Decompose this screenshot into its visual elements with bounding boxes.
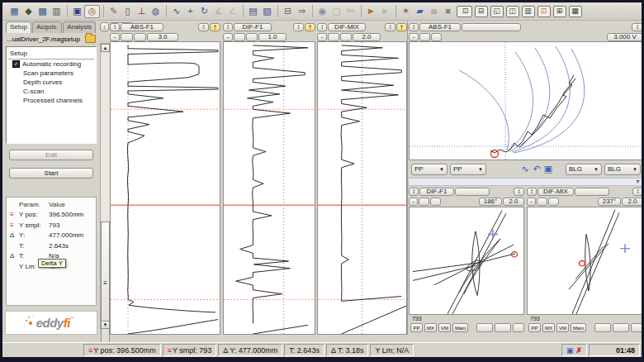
mode-mx-button[interactable]: MX: [424, 323, 437, 332]
signal-wave-icon[interactable]: ∿: [166, 5, 183, 17]
tree-item-scan-parameters[interactable]: Scan parameters: [8, 69, 94, 78]
curve-fit-icon[interactable]: ∿: [519, 164, 531, 174]
mode-vm-button[interactable]: VM: [438, 323, 451, 332]
blank-button[interactable]: [513, 323, 524, 332]
mic-icon[interactable]: ◍: [149, 5, 163, 17]
scale-button-a[interactable]: [419, 33, 430, 41]
scale-button-b[interactable]: [340, 33, 352, 41]
tree-item-depth-curves[interactable]: Depth curves: [8, 78, 94, 87]
extra-button[interactable]: [575, 188, 609, 196]
start-button[interactable]: Start: [9, 168, 93, 179]
lissajous-chart-dif-mix[interactable]: [527, 207, 642, 315]
save-small-icon[interactable]: ▣: [542, 164, 554, 174]
collapsed-strip[interactable]: ▼: [408, 178, 642, 186]
sound-off-icon[interactable]: ►: [378, 5, 392, 17]
blank-button[interactable]: [631, 323, 642, 332]
layout-columns-icon[interactable]: ▥: [522, 6, 535, 17]
zoom-out-button[interactable]: -: [110, 33, 120, 41]
checkbox-checked-icon[interactable]: ✓: [12, 60, 20, 68]
blank-icon[interactable]: ■: [441, 5, 455, 17]
scale-button-a[interactable]: [419, 198, 429, 206]
channel-button[interactable]: DIF-F1: [234, 23, 272, 31]
layout-hsplit-icon[interactable]: ⊟: [475, 6, 488, 17]
scale-button-a[interactable]: [234, 33, 245, 41]
pan-icon[interactable]: ↕: [514, 188, 524, 196]
tab-analysis[interactable]: Analysis: [63, 21, 96, 33]
copy-page-icon[interactable]: ▧: [260, 5, 274, 17]
layout-active-icon[interactable]: ⊡: [537, 6, 551, 17]
blank-button[interactable]: [594, 323, 611, 332]
scale-value[interactable]: 2.0: [503, 198, 524, 206]
folder-icon[interactable]: [85, 35, 96, 43]
scale-value[interactable]: 3.0: [147, 33, 178, 41]
mode-vm-button[interactable]: VM: [556, 323, 569, 332]
cut-icon[interactable]: ✄: [343, 5, 358, 17]
stage-icon[interactable]: ⊥: [135, 5, 149, 17]
tools-icon[interactable]: ✶: [395, 5, 413, 17]
zoom-out-button[interactable]: -: [409, 198, 418, 206]
scroll-down-icon[interactable]: ▼: [101, 321, 110, 329]
extra-button[interactable]: [455, 188, 490, 196]
mode-pp-button[interactable]: PP: [528, 323, 541, 332]
zoom-out-button[interactable]: -: [223, 33, 233, 41]
tab-setup[interactable]: Setup: [6, 21, 31, 33]
mode-pp-button[interactable]: PP: [410, 323, 423, 332]
channel-selector-icon[interactable]: ↕: [409, 23, 419, 31]
undo-icon[interactable]: ↶: [531, 164, 542, 174]
angle-b-icon[interactable]: ∠: [225, 5, 239, 17]
threshold-icon[interactable]: †: [210, 23, 220, 31]
zoom-out-button[interactable]: -: [317, 33, 327, 41]
balance-icon[interactable]: ◎: [84, 5, 100, 18]
filter-blg2-dropdown[interactable]: BLG▼: [604, 164, 641, 175]
workspace-icon[interactable]: ▦: [7, 5, 21, 17]
tree-item-automatic-recording[interactable]: ✓ Automatic recording: [8, 60, 94, 69]
polar-channel-button[interactable]: ABS-F1: [419, 23, 461, 31]
filter-blg1-dropdown[interactable]: BLG▼: [566, 164, 602, 175]
scale-button-a[interactable]: [121, 33, 133, 41]
pan-icon[interactable]: ↕: [632, 23, 642, 31]
histogram-icon[interactable]: ▥: [50, 5, 64, 17]
strip-icon[interactable]: ⊟: [277, 5, 295, 17]
scale-button-a[interactable]: [328, 33, 339, 41]
scale-value[interactable]: 2.0: [622, 198, 642, 206]
blank-button[interactable]: [613, 323, 629, 332]
strip-chart-dif-f1[interactable]: [223, 41, 315, 335]
tree-item-c-scan[interactable]: C-scan: [8, 87, 94, 96]
instrument-icon[interactable]: ◆: [21, 5, 36, 17]
mode-main-button[interactable]: Main: [571, 323, 586, 332]
layout-vsplit-icon[interactable]: ◫: [506, 6, 519, 17]
chevron-down-icon[interactable]: ▼: [635, 179, 641, 184]
scale-button-b[interactable]: [548, 198, 559, 206]
chart-icon[interactable]: ▰: [413, 5, 427, 17]
channel-button[interactable]: DIF-MIX: [537, 188, 574, 196]
filter-pp2-dropdown[interactable]: PP▼: [450, 164, 486, 175]
channel-selector-icon[interactable]: ↕: [527, 188, 537, 196]
view-icon[interactable]: ◉: [312, 5, 329, 17]
scale-button-a[interactable]: [537, 198, 547, 206]
network-icon[interactable]: ▩: [36, 5, 50, 17]
rotate-icon[interactable]: ↻: [197, 5, 211, 17]
pan-icon[interactable]: ↕: [632, 188, 642, 196]
rotation-value[interactable]: 237°: [598, 198, 621, 206]
strip-chart-abs-f1[interactable]: [110, 41, 220, 335]
zoom-out-button[interactable]: -: [409, 33, 419, 41]
layout-single-icon[interactable]: ⊡: [457, 6, 472, 17]
mode-mx-button[interactable]: MX: [542, 323, 555, 332]
lissajous-chart-dif-f1[interactable]: [409, 207, 524, 315]
scale-value[interactable]: 1.0: [258, 33, 286, 41]
strip-chart-dif-mix[interactable]: [317, 41, 407, 335]
channel-selector-icon[interactable]: ↕: [110, 23, 120, 31]
probe-icon[interactable]: ▯: [121, 5, 135, 17]
calibrate-pen-icon[interactable]: ✎: [103, 5, 121, 17]
rotation-value[interactable]: 186°: [479, 198, 502, 206]
scale-value[interactable]: 2.0: [353, 33, 381, 41]
code-selector-icon[interactable]: ↕: [100, 22, 109, 31]
tree-item-processed-channels[interactable]: Processed channels: [8, 96, 94, 105]
blank-button[interactable]: [495, 323, 511, 332]
move-icon[interactable]: +: [183, 5, 197, 17]
edit-button[interactable]: Edit: [9, 150, 93, 160]
channel-button[interactable]: DIF-F1: [419, 188, 454, 196]
threshold-icon[interactable]: †: [305, 23, 315, 31]
angle-a-icon[interactable]: ∡: [211, 5, 225, 17]
lock-icon[interactable]: ◙: [427, 5, 441, 17]
